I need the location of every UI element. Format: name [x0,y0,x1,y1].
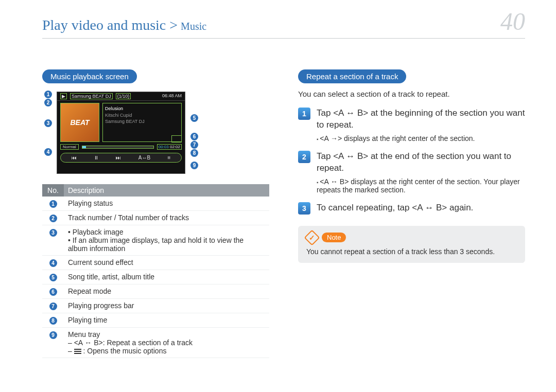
table-row: 9 Menu tray <A ↔ B>: Repeat a section of… [42,328,269,358]
callout-5: 5 [190,114,198,122]
ab-repeat-icon: A↔B [138,155,150,161]
callout-9: 9 [190,162,198,169]
section-intro: You can select a section of a track to r… [298,90,525,98]
note-text: You cannot repeat a section of a track l… [306,247,517,256]
description-table: No. Description 1Playing status 2Track n… [42,184,269,358]
track-counter: (1/10) [116,93,131,99]
callout-3: 3 [44,119,52,127]
note-label: Note [322,233,346,242]
callout-4: 4 [44,148,52,156]
topbar-title: Samsung BEAT DJ [70,93,113,99]
menu-icon: ≡ [167,155,170,161]
player-screenshot: ▶ Samsung BEAT DJ (1/10) 06:48 AM BEAT D… [57,92,185,174]
table-row: 2Track number / Total number of tracks [42,211,269,225]
callout-6: 6 [190,133,198,140]
right-column: Repeat a section of a track You can sele… [298,69,525,358]
note-box: ✓ Note You cannot repeat a section of a … [298,226,525,263]
screenshot-annotated: 1 2 3 4 5 6 7 8 9 ▶ Samsung BEAT DJ (1/1… [42,90,202,177]
callout-1: 1 [44,91,52,98]
table-row: 8Playing time [42,313,269,328]
hamburger-icon [74,348,81,355]
table-row: 3 Playback image If an album image displ… [42,225,269,256]
playing-time: 00:03 02:02 [157,144,182,150]
table-row: 7Playing progress bar [42,299,269,313]
playing-status-icon: ▶ [60,93,67,99]
page-header: Play video and music > Music 40 [0,0,556,38]
step-number: 3 [298,202,310,215]
pause-icon: ⏸ [94,155,99,161]
table-row: 6Repeat mode [42,284,269,299]
clock: 06:48 AM [162,93,182,99]
repeat-mode-indicator [171,135,182,142]
section-pill-repeat: Repeat a section of a track [298,69,406,83]
table-row: 1Playing status [42,197,269,211]
section-pill-playback: Music playback screen [42,69,137,83]
callout-2: 2 [44,99,52,106]
step-2-sub: <A ↔ B> displays at the right center of … [317,177,525,194]
left-column: Music playback screen 1 2 3 4 5 6 7 8 9 … [42,69,269,358]
track-list: Delusion Kitschi Cupid Samsung BEAT DJ [102,103,182,142]
prev-icon: ⏮ [72,155,77,161]
breadcrumb-main: Play video and music > [42,17,178,33]
step-1-sub: <A →> displays at the right center of th… [317,134,525,142]
table-row: 5Song title, artist, album title [42,270,269,284]
note-icon: ✓ [304,229,320,245]
progress-bar [82,146,154,149]
album-art: BEAT [60,103,99,142]
step-number: 2 [298,151,310,163]
breadcrumb-sub: Music [181,21,206,32]
callout-7: 7 [190,141,198,149]
page-number: 40 [500,9,525,34]
step-2: 2 Tap <A ↔ B> at the end of the section … [298,151,525,174]
step-1: 1 Tap <A ↔ B> at the beginning of the se… [298,108,525,131]
sound-effect: Normal [60,144,79,150]
th-no: No. [42,184,64,197]
next-icon: ⏭ [116,155,121,161]
step-text: Tap <A ↔ B> at the end of the section yo… [317,151,525,174]
th-desc: Description [64,184,269,197]
step-number: 1 [298,108,310,120]
callout-8: 8 [190,149,198,157]
step-3: 3 To cancel repeating, tap <A ↔ B> again… [298,202,525,215]
step-text: To cancel repeating, tap <A ↔ B> again. [317,202,473,215]
step-text: Tap <A ↔ B> at the beginning of the sect… [317,108,525,131]
menu-tray: ⏮ ⏸ ⏭ A↔B ≡ [60,153,182,163]
table-row: 4Current sound effect [42,256,269,270]
